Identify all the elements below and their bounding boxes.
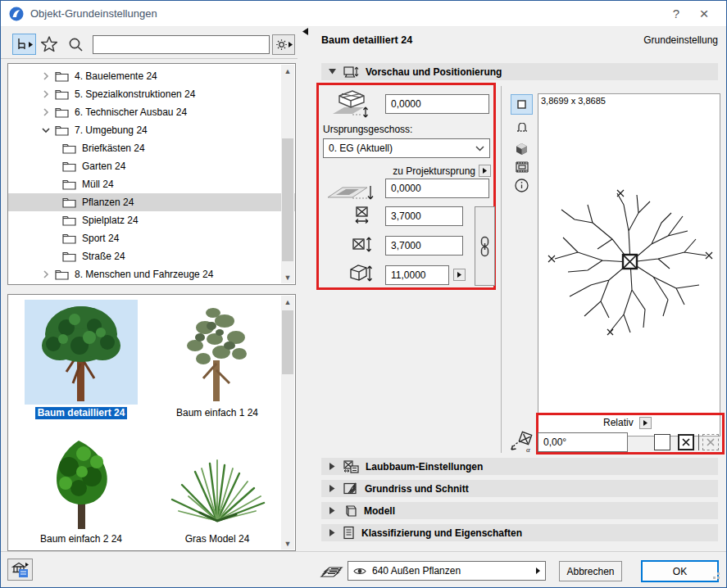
- expander-collapsed-icon[interactable]: [41, 90, 51, 98]
- height-flyout-button[interactable]: [453, 269, 466, 281]
- mirror-off-checkbox[interactable]: [654, 434, 670, 450]
- tree-item[interactable]: 4. Bauelemente 24: [8, 67, 295, 85]
- project-origin-input[interactable]: [385, 179, 489, 198]
- section-tree-settings[interactable]: Laubbaum-Einstellungen: [321, 458, 718, 475]
- layer-select[interactable]: 640 Außen Pflanzen: [348, 561, 546, 581]
- width-input[interactable]: [385, 206, 463, 226]
- expander-collapsed-icon[interactable]: [41, 270, 51, 278]
- scroll-down-icon[interactable]: ▼: [281, 271, 294, 283]
- favorites-button[interactable]: [40, 35, 58, 53]
- origin-flyout-button[interactable]: [479, 165, 491, 177]
- height-offset-input[interactable]: [385, 94, 489, 114]
- thumbnail-item[interactable]: Baum einfach 2 24: [20, 426, 143, 545]
- relative-flyout-button[interactable]: [639, 417, 652, 429]
- preview-splitter[interactable]: [501, 86, 502, 453]
- home-story-label: Ursprungsgeschoss:: [323, 124, 412, 135]
- gear-icon: [275, 38, 288, 51]
- tree-plan-drawing: [538, 180, 719, 352]
- thumbnail-item-selected[interactable]: Baum detailliert 24: [20, 300, 143, 419]
- folder-icon: [62, 161, 76, 172]
- section-model[interactable]: Modell: [321, 502, 718, 519]
- object-height-input[interactable]: [385, 265, 449, 285]
- section-title: Klassifizierung und Eigenschaften: [361, 527, 522, 539]
- scroll-up-icon[interactable]: ▲: [281, 296, 294, 308]
- search-input[interactable]: [93, 35, 270, 54]
- preview-mode-2d-button[interactable]: [511, 94, 533, 115]
- scroll-up-icon[interactable]: ▲: [281, 65, 294, 77]
- section-title: Modell: [364, 505, 395, 517]
- info-icon: [515, 179, 529, 192]
- expander-expanded-icon[interactable]: [41, 127, 51, 133]
- thumbnail-item[interactable]: Gras Model 24: [156, 426, 279, 545]
- tree-item[interactable]: Garten 24: [8, 157, 295, 175]
- proportional-link-button[interactable]: [475, 206, 495, 286]
- library-manager-button[interactable]: [7, 559, 33, 581]
- thumbnail-label: Baum einfach 1 24: [174, 407, 261, 419]
- footer-separator: [1, 551, 726, 552]
- flyout-arrow-icon: [289, 42, 293, 47]
- flyout-arrow-icon: [536, 568, 540, 574]
- preview-mode-info-button[interactable]: [511, 175, 533, 196]
- expander-collapsed-icon[interactable]: [41, 108, 51, 116]
- resize-grip[interactable]: [713, 577, 716, 579]
- tree-item-label: 6. Technischer Ausbau 24: [75, 106, 187, 118]
- preview-mode-picture-button[interactable]: [511, 156, 533, 177]
- collapse-left-panel-handle[interactable]: [302, 28, 308, 35]
- tree-item-label: 7. Umgebung 24: [75, 124, 148, 136]
- folder-icon: [55, 106, 69, 118]
- checkbox-separator: [698, 434, 699, 450]
- plan-section-icon: [343, 482, 358, 495]
- thumbnail-label: Baum detailliert 24: [35, 407, 128, 419]
- tree-item[interactable]: 7. Umgebung 24: [8, 121, 295, 139]
- tree-item[interactable]: Müll 24: [8, 175, 295, 193]
- folder-icon: [62, 142, 76, 154]
- collapse-arrow-icon: [302, 28, 308, 35]
- film-strip-icon: [515, 161, 529, 173]
- search-button[interactable]: [68, 37, 84, 52]
- preview-mode-front-button[interactable]: [511, 119, 533, 139]
- thumbnail-scrollbar[interactable]: ▲ ▼: [281, 296, 294, 550]
- section-classification-properties[interactable]: Klassifizierung und Eigenschaften: [321, 524, 718, 541]
- flyout-arrow-icon: [643, 420, 647, 426]
- folder-icon: [55, 70, 69, 82]
- rotation-angle-input[interactable]: [538, 432, 628, 452]
- tree-item-label: Spielplatz 24: [82, 215, 139, 226]
- tree-item[interactable]: 6. Technischer Ausbau 24: [8, 103, 295, 121]
- svg-text:α: α: [526, 446, 530, 454]
- eye-icon: [353, 567, 366, 576]
- use-symbol-rotation-checkbox[interactable]: [678, 434, 694, 450]
- tree-item-label: Sport 24: [82, 233, 119, 244]
- tree-item[interactable]: Sport 24: [8, 229, 295, 247]
- ok-button[interactable]: OK: [641, 560, 719, 582]
- depth-input[interactable]: [385, 236, 463, 256]
- tree-item[interactable]: Spielplatz 24: [8, 211, 295, 229]
- archicad-logo-icon: [9, 7, 24, 21]
- tree-item-selected[interactable]: Pflanzen 24: [8, 193, 295, 211]
- object-2d-preview[interactable]: 3,8699 x 3,8685: [538, 93, 720, 436]
- tree-item[interactable]: 8. Menschen und Fahrzeuge 24: [8, 265, 295, 283]
- tree-item[interactable]: 5. Spezialkonstruktionen 24: [8, 85, 295, 103]
- title-bar: Objekt-Grundeinstellungen ? ×: [1, 1, 726, 27]
- section-preview-positioning[interactable]: Vorschau und Positionierung: [321, 63, 718, 80]
- section-floor-plan-section[interactable]: Grundriss und Schnitt: [321, 480, 718, 497]
- close-button[interactable]: ×: [690, 3, 718, 25]
- cancel-button[interactable]: Abbrechen: [559, 561, 622, 581]
- tree-item[interactable]: Straße 24: [8, 247, 295, 265]
- layer-value: 640 Außen Pflanzen: [372, 565, 461, 577]
- thumbnail-item[interactable]: Baum einfach 1 24: [156, 300, 279, 419]
- preview-positioning-icon: [343, 66, 359, 79]
- section-collapsed-icon: [328, 529, 336, 536]
- object-settings-dialog: Objekt-Grundeinstellungen ? × 4. Bauelem…: [0, 0, 727, 588]
- scroll-down-icon[interactable]: ▼: [281, 537, 294, 550]
- folder-view-button[interactable]: [12, 34, 36, 55]
- expander-collapsed-icon[interactable]: [41, 72, 51, 80]
- tree-item[interactable]: Briefkästen 24: [8, 139, 295, 157]
- chair-icon: [16, 38, 28, 51]
- tree-item-label: Pflanzen 24: [82, 197, 134, 208]
- scrollbar-thumb[interactable]: [282, 310, 293, 374]
- tree-scrollbar[interactable]: ▲ ▼: [281, 65, 294, 283]
- home-story-select[interactable]: 0. EG (Aktuell): [323, 138, 490, 158]
- settings-menu-button[interactable]: [272, 34, 295, 55]
- help-button[interactable]: ?: [662, 3, 690, 25]
- scrollbar-thumb[interactable]: [282, 138, 293, 261]
